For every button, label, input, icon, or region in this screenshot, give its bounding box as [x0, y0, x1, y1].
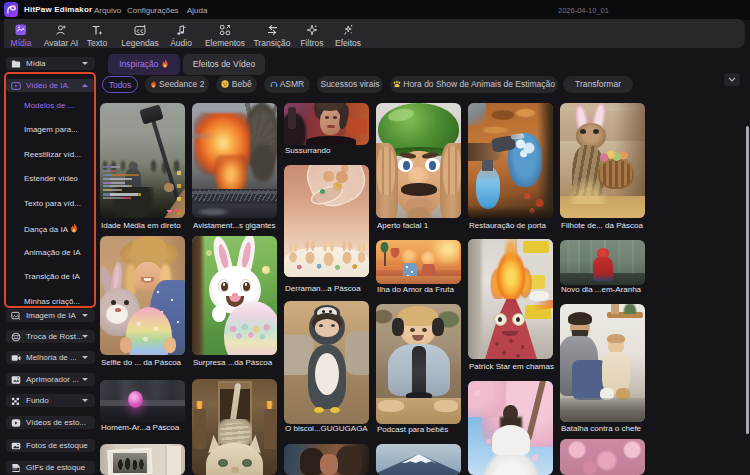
svg-text:GIF: GIF — [13, 467, 18, 471]
